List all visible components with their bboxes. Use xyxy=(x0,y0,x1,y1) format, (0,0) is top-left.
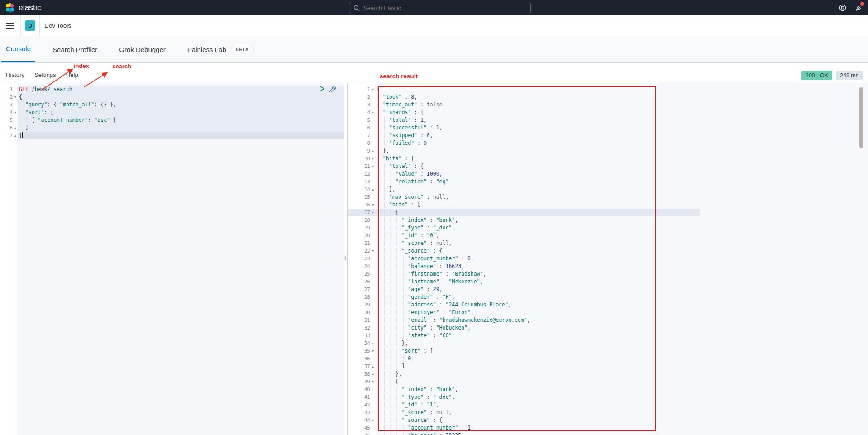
fold-toggle-icon[interactable]: ▴ xyxy=(13,124,18,132)
text-cursor xyxy=(399,209,400,215)
code-line: 38▴ │ │ }, xyxy=(348,370,700,378)
code-line: 6 │ "successful" : 1, xyxy=(348,124,700,132)
code-line: 9▴ }, xyxy=(348,147,700,155)
code-line: 3 "query": { "match_all": {} }, xyxy=(0,101,344,109)
code-line: 22▾ │ │ │ "_source" : { xyxy=(348,247,700,255)
code-line: 46 │ │ │ │ "balance" : 39225, xyxy=(348,432,700,435)
help-menu-item[interactable]: Help xyxy=(66,72,78,78)
request-options-button[interactable] xyxy=(329,85,336,92)
code-line: 25 │ │ │ │ "firstname" : "Bradshaw", xyxy=(348,270,700,278)
code-line: 19 │ │ │ "_type" : "_doc", xyxy=(348,224,700,232)
tab-grok-debugger[interactable]: Grok Debugger xyxy=(114,36,170,62)
fold-toggle-icon[interactable]: ▾ xyxy=(13,109,18,116)
fold-toggle-icon[interactable]: ▾ xyxy=(370,416,376,424)
tab-painless-lab[interactable]: Painless Lab BETA xyxy=(183,36,258,62)
response-scrollbar-thumb[interactable] xyxy=(859,87,863,148)
notification-dot xyxy=(860,2,864,6)
fold-toggle-icon[interactable]: ▾ xyxy=(370,247,376,255)
code-line: 6▴ ] xyxy=(0,124,344,132)
code-line: 17▾ │ │ { xyxy=(348,209,700,216)
response-viewer[interactable]: 1▾{2 "took" : 8,3 "timed_out" : false,4▾… xyxy=(348,83,868,435)
fold-toggle-icon[interactable]: ▾ xyxy=(370,378,376,386)
tab-console[interactable]: Console xyxy=(1,36,35,62)
code-line: 10▾ "hits" : { xyxy=(348,155,700,163)
text-cursor xyxy=(22,132,23,138)
fold-toggle-icon[interactable]: ▴ xyxy=(13,132,18,139)
time-badge: 249 ms xyxy=(836,71,863,80)
code-line: 33 │ │ │ │ "state" : "CO" xyxy=(348,332,700,339)
code-line: 16▾ │ "hits" : [ xyxy=(348,201,700,209)
code-line: 41 │ │ │ "_type" : "_doc", xyxy=(348,393,700,401)
tab-console-label: Console xyxy=(6,45,31,53)
splitter-handle-icon[interactable]: ‖ xyxy=(344,255,347,261)
code-line: 28 │ │ │ │ "gender" : "F", xyxy=(348,293,700,301)
fold-toggle-icon[interactable]: ▾ xyxy=(13,93,18,101)
code-line: 11▾ │ "total" : { xyxy=(348,163,700,170)
breadcrumb-bar: D Dev Tools xyxy=(0,15,868,37)
code-line: 1▾{ xyxy=(348,86,700,93)
fold-toggle-icon[interactable]: ▴ xyxy=(370,339,376,347)
divider xyxy=(20,15,21,36)
code-line: 1GET /bank/_search xyxy=(0,86,344,93)
code-line: 14▴ │ }, xyxy=(348,186,700,193)
code-line: 44▾ │ │ │ "_source" : { xyxy=(348,416,700,424)
global-search[interactable] xyxy=(349,2,531,14)
tab-grok-debugger-label: Grok Debugger xyxy=(119,46,166,53)
code-line: 35▾ │ │ │ "sort" : [ xyxy=(348,347,700,355)
fold-toggle-icon[interactable]: ▾ xyxy=(370,209,376,216)
fold-toggle-icon[interactable]: ▾ xyxy=(370,155,376,163)
code-line: 4▾ "_shards" : { xyxy=(348,109,700,116)
console-split-area: 1GET /bank/_search2▾{3 "query": { "match… xyxy=(0,83,868,435)
code-line: 7▴} xyxy=(0,132,344,139)
fold-toggle-icon[interactable]: ▾ xyxy=(370,201,376,209)
fold-toggle-icon[interactable]: ▾ xyxy=(370,347,376,355)
code-line: 20 │ │ │ "_id" : "0", xyxy=(348,232,700,239)
fold-toggle-icon[interactable]: ▴ xyxy=(370,363,376,370)
code-line: 36 │ │ │ │ 0 xyxy=(348,355,700,363)
elastic-logo-icon[interactable] xyxy=(5,3,15,13)
breadcrumb-page-title: Dev Tools xyxy=(44,22,71,29)
beta-badge: BETA xyxy=(231,46,254,53)
code-line: 39▾ │ │ { xyxy=(348,378,700,386)
newsfeed-icon[interactable] xyxy=(854,3,863,12)
code-line: 29 │ │ │ │ "address" : "244 Columbus Pla… xyxy=(348,301,700,309)
code-line: 42 │ │ │ "_id" : "1", xyxy=(348,401,700,409)
play-icon xyxy=(319,86,325,92)
code-line: 40 │ │ │ "_index" : "bank", xyxy=(348,386,700,393)
code-line: 43 │ │ │ "_score" : null, xyxy=(348,409,700,416)
code-line: 3 "timed_out" : false, xyxy=(348,101,700,109)
code-line: 31 │ │ │ │ "email" : "bradshawmckenzie@e… xyxy=(348,316,700,324)
code-line: 26 │ │ │ │ "lastname" : "Mckenzie", xyxy=(348,278,700,286)
fold-toggle-icon[interactable]: ▴ xyxy=(370,147,376,155)
settings-menu-item[interactable]: Settings xyxy=(34,72,56,78)
send-request-button[interactable] xyxy=(318,85,325,92)
code-line: 37▴ │ │ │ ] xyxy=(348,363,700,370)
pane-splitter[interactable]: ‖ xyxy=(344,83,348,435)
fold-toggle-icon[interactable]: ▾ xyxy=(370,163,376,170)
help-icon[interactable] xyxy=(838,3,847,12)
code-line: 2▾{ xyxy=(0,93,344,101)
code-line: 2 "took" : 8, xyxy=(348,93,700,101)
fold-toggle-icon[interactable]: ▾ xyxy=(370,86,376,93)
code-line: 18 │ │ │ "_index" : "bank", xyxy=(348,216,700,224)
devtools-console-screen: elastic xyxy=(0,0,868,435)
fold-toggle-icon[interactable]: ▴ xyxy=(370,370,376,378)
request-editor[interactable]: 1GET /bank/_search2▾{3 "query": { "match… xyxy=(0,83,344,435)
history-menu-item[interactable]: History xyxy=(6,72,24,78)
global-search-input[interactable] xyxy=(362,4,530,12)
code-line: 5 │ "total" : 1, xyxy=(348,116,700,124)
fold-toggle-icon[interactable]: ▾ xyxy=(370,109,376,116)
code-line: 7 │ "skipped" : 0, xyxy=(348,132,700,139)
space-avatar[interactable]: D xyxy=(25,20,35,31)
hamburger-menu-icon[interactable] xyxy=(5,20,16,32)
devtools-tabs: Console Search Profiler Grok Debugger Pa… xyxy=(0,36,868,63)
tab-search-profiler[interactable]: Search Profiler xyxy=(48,36,102,62)
tab-painless-lab-label: Painless Lab xyxy=(187,46,226,53)
fold-toggle-icon[interactable]: ▴ xyxy=(370,186,376,193)
code-line: 5 │ { "account_number": "asc" } xyxy=(0,116,344,124)
code-line: 15 │ "max_score" : null, xyxy=(348,193,700,201)
divider xyxy=(39,15,40,36)
code-line: 21 │ │ │ "_score" : null, xyxy=(348,239,700,247)
tab-search-profiler-label: Search Profiler xyxy=(52,46,97,53)
global-header: elastic xyxy=(0,0,868,15)
